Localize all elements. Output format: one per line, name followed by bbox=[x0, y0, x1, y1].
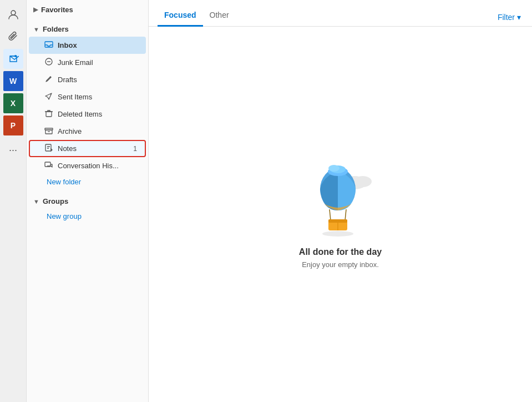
new-folder-link[interactable]: New folder bbox=[27, 174, 148, 189]
svg-rect-7 bbox=[45, 144, 51, 151]
svg-line-16 bbox=[330, 209, 331, 220]
svg-line-17 bbox=[345, 209, 346, 220]
people-icon[interactable] bbox=[3, 4, 23, 24]
sidebar: ▶ Favorites ▼ Folders Inbox bbox=[27, 0, 149, 402]
powerpoint-app-icon[interactable]: P bbox=[3, 115, 23, 135]
folder-inbox[interactable]: Inbox bbox=[29, 37, 146, 54]
archive-icon bbox=[44, 126, 53, 137]
conversation-icon bbox=[44, 160, 53, 171]
folder-drafts[interactable]: Drafts bbox=[29, 71, 146, 88]
folders-header[interactable]: ▼ Folders bbox=[27, 22, 148, 37]
archive-label: Archive bbox=[58, 127, 82, 135]
filter-chevron-icon: ▾ bbox=[517, 13, 521, 22]
filter-button[interactable]: Filter ▾ bbox=[495, 8, 523, 26]
folder-conversation[interactable]: Conversation His... bbox=[29, 157, 146, 174]
groups-label: Groups bbox=[43, 197, 68, 205]
sent-label: Sent Items bbox=[58, 93, 92, 101]
mail-icon[interactable] bbox=[3, 49, 23, 69]
new-group-link[interactable]: New group bbox=[27, 209, 148, 224]
favorites-chevron: ▶ bbox=[33, 6, 38, 13]
sent-icon bbox=[44, 92, 53, 102]
folders-chevron: ▼ bbox=[33, 26, 39, 33]
groups-chevron: ▼ bbox=[33, 198, 39, 205]
folders-section: ▼ Folders Inbox Junk Email bbox=[27, 19, 148, 192]
junk-label: Junk Email bbox=[58, 58, 93, 67]
content-area: All done for the day Enjoy your empty in… bbox=[149, 27, 532, 402]
folder-sent[interactable]: Sent Items bbox=[29, 88, 146, 105]
inbox-icon bbox=[44, 40, 53, 51]
svg-point-10 bbox=[354, 176, 372, 187]
app-rail: W X P ··· bbox=[0, 0, 27, 402]
folder-notes[interactable]: Notes 1 bbox=[29, 140, 146, 157]
groups-header[interactable]: ▼ Groups bbox=[27, 194, 148, 209]
folder-junk[interactable]: Junk Email bbox=[29, 54, 146, 71]
notes-icon bbox=[44, 143, 53, 154]
balloon-illustration bbox=[307, 160, 374, 238]
deleted-label: Deleted Items bbox=[58, 110, 102, 118]
notes-badge: 1 bbox=[133, 145, 137, 153]
favorites-header[interactable]: ▶ Favorites bbox=[27, 2, 148, 17]
attach-icon[interactable] bbox=[3, 27, 23, 47]
folder-archive[interactable]: Archive bbox=[29, 123, 146, 140]
folders-label: Folders bbox=[43, 25, 69, 33]
favorites-label: Favorites bbox=[41, 6, 73, 14]
empty-subtitle: Enjoy your empty inbox. bbox=[302, 260, 379, 269]
junk-icon bbox=[44, 57, 53, 68]
svg-point-15 bbox=[328, 165, 340, 172]
folder-deleted[interactable]: Deleted Items bbox=[29, 105, 146, 123]
groups-section: ▼ Groups New group bbox=[27, 192, 148, 226]
tab-focused[interactable]: Focused bbox=[158, 3, 203, 27]
svg-rect-4 bbox=[46, 112, 52, 117]
main-content: Focused Other Filter ▾ bbox=[149, 0, 532, 402]
word-app-icon[interactable]: W bbox=[3, 71, 23, 91]
inbox-label: Inbox bbox=[58, 41, 77, 49]
notes-label: Notes bbox=[58, 144, 77, 153]
more-apps-icon[interactable]: ··· bbox=[3, 140, 23, 160]
filter-label: Filter bbox=[498, 13, 515, 22]
tab-other[interactable]: Other bbox=[203, 3, 236, 27]
favorites-section: ▶ Favorites bbox=[27, 0, 148, 19]
excel-app-icon[interactable]: X bbox=[3, 93, 23, 113]
tab-bar: Focused Other Filter ▾ bbox=[149, 0, 532, 27]
empty-title: All done for the day bbox=[299, 247, 382, 257]
drafts-label: Drafts bbox=[58, 76, 77, 84]
drafts-icon bbox=[44, 74, 53, 85]
conversation-label: Conversation His... bbox=[58, 162, 119, 170]
svg-point-0 bbox=[11, 11, 16, 15]
deleted-icon bbox=[44, 109, 53, 119]
svg-point-21 bbox=[322, 231, 353, 237]
